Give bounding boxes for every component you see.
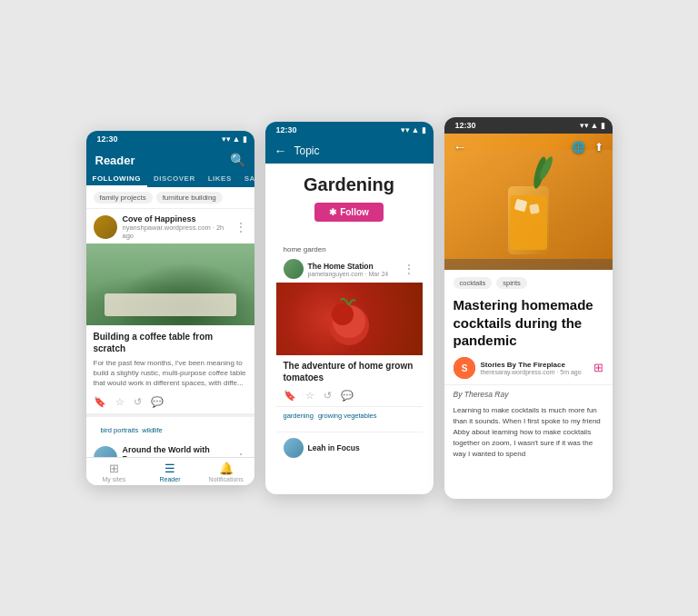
tag-cocktails[interactable]: cocktails (454, 277, 493, 289)
bookmark-icon[interactable]: 🔖 (94, 396, 106, 408)
post2-tags: bird portraits wildlife (94, 422, 170, 438)
wifi-icon-3: ▾▾ (580, 121, 589, 130)
p2-comment-icon[interactable]: 💬 (341, 390, 354, 402)
post1-excerpt: For the past few months, I've been meani… (94, 358, 247, 389)
p2-post1-title[interactable]: The adventure of home grown tomatoes (276, 355, 423, 387)
nav-mysites-label: My sites (103, 476, 126, 482)
tomato-decoration (276, 283, 423, 355)
reblog-icon[interactable]: ↺ (134, 396, 142, 408)
author-meta: Stories By The Fireplace theresaray.word… (481, 361, 588, 375)
time-1: 12:30 (97, 134, 118, 144)
star-icon[interactable]: ☆ (115, 396, 125, 408)
time-3: 12:30 (455, 121, 476, 130)
follow-button[interactable]: ✱ Follow (314, 203, 384, 222)
p2-post1-actions: 🔖 ☆ ↺ 💬 (276, 387, 423, 407)
status-icons-1: ▾▾ ▲ ▮ (222, 134, 247, 144)
article-content: cocktails spirits Mastering homemade coc… (444, 270, 613, 467)
battery-icon: ▮ (243, 134, 247, 144)
p2-bookmark-icon[interactable]: 🔖 (284, 390, 296, 402)
article-title: Mastering homemade cocktails during the … (444, 293, 613, 357)
author-site: theresaray.wordpress.com · 5m ago (481, 369, 588, 375)
tab-following[interactable]: FOLLOWING (86, 171, 147, 187)
svg-text:S: S (461, 363, 467, 373)
status-bar-3: 12:30 ▾▾ ▲ ▮ (444, 117, 613, 134)
article-header: ← 🌐 ⬆ (444, 134, 613, 161)
post1-title[interactable]: Building a coffee table from scratch (94, 331, 247, 354)
notifications-icon: 🔔 (219, 462, 234, 475)
post1-content: Building a coffee table from scratch For… (86, 325, 254, 392)
globe-icon[interactable]: 🌐 (572, 141, 585, 154)
nav-notifications[interactable]: 🔔 Notifications (198, 458, 254, 485)
filter-tag-family[interactable]: family projects (94, 192, 153, 204)
tag-bird[interactable]: bird portraits (101, 426, 139, 434)
phone-topic: 12:30 ▾▾ ▲ ▮ ← Topic Gardening ✱ Follow … (265, 122, 434, 494)
svg-point-2 (332, 303, 354, 325)
cocktail-svg (444, 150, 613, 270)
p2-author-1: The Home Station (308, 262, 398, 271)
p2-more-icon[interactable]: ⋮ (403, 262, 415, 276)
status-icons-3: ▾▾ ▲ ▮ (580, 121, 605, 130)
author-avatar-icon: S (454, 357, 475, 379)
reader-tabs: FOLLOWING DISCOVER LIKES SAVED (86, 171, 254, 187)
follow-icon: ✱ (329, 207, 336, 217)
article-hero-image: ← 🌐 ⬆ (444, 134, 613, 270)
author-blog: Stories By The Fireplace (481, 361, 588, 369)
p2-avatar-1 (284, 259, 304, 279)
p2-next-author: Leah in Focus (308, 443, 415, 452)
phones-container: 12:30 ▾▾ ▲ ▮ Reader 🔍 FOLLOWING DISCOVER… (86, 117, 613, 499)
post1-meta: Cove of Happiness nyanshpawar.wordpress.… (123, 214, 229, 240)
topic-header-title: Topic (294, 144, 320, 157)
article-author-row: S Stories By The Fireplace theresaray.wo… (444, 357, 613, 385)
p2-tag-growing[interactable]: growing vegetables (318, 412, 377, 420)
tomato-svg (317, 287, 381, 351)
p2-post1-header: The Home Station pamelanguyen.com · Mar … (276, 255, 423, 283)
wifi-icon-2: ▾▾ (401, 125, 410, 134)
svg-rect-5 (510, 195, 547, 250)
reader-icon: ☰ (165, 462, 175, 475)
post1-site: nyanshpawar.wordpress.com · 2h ago (123, 224, 229, 240)
time-2: 12:30 (276, 125, 297, 134)
avatar-cove (94, 215, 117, 239)
p2-site-1: pamelanguyen.com · Mar 24 (308, 271, 398, 277)
svg-rect-10 (444, 259, 613, 270)
p2-next-meta: Leah in Focus (308, 443, 415, 452)
phone-reader: 12:30 ▾▾ ▲ ▮ Reader 🔍 FOLLOWING DISCOVER… (86, 131, 254, 485)
phone-article: 12:30 ▾▾ ▲ ▮ ← 🌐 ⬆ (444, 117, 613, 499)
article-tags: cocktails spirits (444, 270, 613, 293)
tab-saved[interactable]: SAVED (238, 171, 254, 187)
topic-header: ← Topic (265, 138, 434, 164)
nav-reader-label: Reader (160, 476, 181, 482)
post1-more-icon[interactable]: ⋮ (234, 220, 247, 234)
follow-label: Follow (340, 207, 369, 217)
filter-tag-furniture[interactable]: furniture building (156, 192, 223, 204)
svg-rect-7 (529, 204, 540, 214)
p2-tag-gardening[interactable]: gardening (284, 412, 314, 420)
p2-star-icon[interactable]: ☆ (305, 390, 314, 402)
back-icon-2[interactable]: ← (274, 144, 287, 158)
nav-mysites[interactable]: ⊞ My sites (86, 458, 143, 485)
status-bar-1: 12:30 ▾▾ ▲ ▮ (86, 131, 254, 147)
status-icons-2: ▾▾ ▲ ▮ (401, 125, 426, 134)
search-icon[interactable]: 🔍 (230, 153, 245, 167)
app-title: Reader (95, 154, 135, 167)
article-byline: By Theresa Ray (444, 385, 613, 402)
p2-reblog-icon[interactable]: ↺ (324, 390, 332, 402)
tab-likes[interactable]: LIKES (202, 171, 238, 187)
article-save-icon[interactable]: ⊞ (593, 361, 603, 374)
signal-icon-2: ▲ (412, 125, 420, 134)
share-icon[interactable]: ⬆ (594, 141, 603, 154)
p2-next-avatar (284, 438, 304, 458)
tab-discover[interactable]: DISCOVER (147, 171, 202, 187)
topic-title: Gardening (276, 174, 423, 195)
tag-wildlife[interactable]: wildlife (142, 426, 163, 434)
tag-spirits[interactable]: spirits (496, 277, 527, 289)
reader-header: Reader 🔍 (86, 147, 254, 171)
nav-reader[interactable]: ☰ Reader (142, 458, 198, 485)
p2-post1-image (276, 283, 423, 355)
back-icon-3[interactable]: ← (454, 139, 468, 155)
comment-icon[interactable]: 💬 (151, 396, 164, 408)
article-header-actions: 🌐 ⬆ (572, 141, 603, 154)
post1-actions: 🔖 ☆ ↺ 💬 (86, 392, 254, 414)
section-tag: home garden (276, 240, 423, 255)
post2-header: bird portraits wildlife (86, 414, 254, 442)
